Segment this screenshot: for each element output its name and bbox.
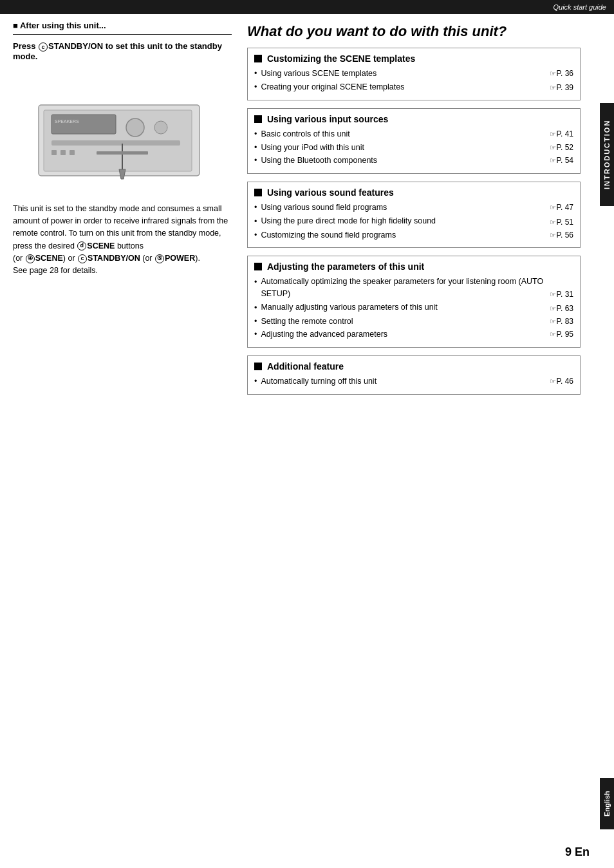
circle-4: ④ <box>26 254 35 263</box>
right-title: What do you want to do with this unit? <box>247 23 581 40</box>
left-column: ■ After using this unit... Press cSTANDB… <box>13 21 232 402</box>
item-text: Adjusting the advanced parameters <box>261 328 544 341</box>
list-item: • Using the Bluetooth components ☞P. 54 <box>254 155 573 167</box>
item-text: Creating your original SCENE templates <box>261 81 544 93</box>
card-scene-templates: Customizing the SCENE templates • Using … <box>247 48 581 100</box>
side-tab-english: English <box>600 778 614 829</box>
circle-c2: c <box>78 254 87 263</box>
bullet: • <box>254 128 257 140</box>
bullet: • <box>254 276 257 288</box>
bullet: • <box>254 142 257 154</box>
item-text: Using various SCENE templates <box>261 68 544 80</box>
page-ref: ☞P. 52 <box>550 142 573 153</box>
device-image: SPEAKERS <box>32 66 212 195</box>
parameters-header: Adjusting the parameters of this unit <box>254 261 573 272</box>
square-bullet <box>254 189 262 196</box>
scene-templates-header: Customizing the SCENE templates <box>254 53 573 64</box>
page-ref: ☞P. 31 <box>550 288 573 300</box>
bullet: • <box>254 328 257 341</box>
svg-rect-2 <box>51 115 116 134</box>
divider <box>13 34 232 35</box>
circle-d: d <box>77 241 86 250</box>
quick-start-label: Quick start guide <box>553 3 606 11</box>
side-tab-introduction: INTRODUCTION <box>600 103 614 206</box>
card-input-sources: Using various input sources • Basic cont… <box>247 108 581 174</box>
item-text: Automatically optimizing the speaker par… <box>261 276 544 300</box>
bullet: • <box>254 316 257 328</box>
instruction-heading: Press cSTANDBY/ON to set this unit to th… <box>13 41 232 61</box>
square-bullet <box>254 363 262 370</box>
item-text: Using various sound field programs <box>261 202 544 214</box>
item-text: Using the pure direct mode for high fide… <box>261 215 544 227</box>
list-item: • Creating your original SCENE templates… <box>254 81 573 93</box>
page-ref: ☞P. 63 <box>550 303 573 314</box>
list-item: • Using various sound field programs ☞P.… <box>254 202 573 214</box>
bullet: • <box>254 229 257 241</box>
sound-features-heading: Using various sound features <box>267 187 394 198</box>
bullet: • <box>254 202 257 214</box>
list-item: • Setting the remote control ☞P. 83 <box>254 316 573 328</box>
bullet: • <box>254 155 257 167</box>
parameters-list: • Automatically optimizing the speaker p… <box>254 276 573 341</box>
list-item: • Automatically optimizing the speaker p… <box>254 276 573 300</box>
card-sound-features: Using various sound features • Using var… <box>247 182 581 248</box>
square-bullet <box>254 55 262 62</box>
page-ref: ☞P. 39 <box>550 82 573 93</box>
sound-features-list: • Using various sound field programs ☞P.… <box>254 202 573 241</box>
item-text: Automatically turning off this unit <box>261 375 544 388</box>
svg-point-4 <box>154 121 167 134</box>
additional-list: • Automatically turning off this unit ☞P… <box>254 375 573 388</box>
page-number: 9 En <box>565 845 590 859</box>
item-text: Basic controls of this unit <box>261 128 544 140</box>
page-ref: ☞P. 36 <box>550 68 573 79</box>
page-ref: ☞P. 83 <box>550 316 573 327</box>
page-ref: ☞P. 54 <box>550 155 573 166</box>
card-additional: Additional feature • Automatically turni… <box>247 355 581 395</box>
list-item: • Manually adjusting various parameters … <box>254 301 573 314</box>
svg-rect-5 <box>51 140 180 146</box>
square-bullet <box>254 115 262 123</box>
bullet: • <box>254 302 257 314</box>
list-item: • Using your iPod with this unit ☞P. 52 <box>254 142 573 154</box>
card-parameters: Adjusting the parameters of this unit • … <box>247 256 581 348</box>
top-bar: Quick start guide <box>0 0 614 14</box>
page-ref: ☞P. 41 <box>550 128 573 140</box>
list-item: • Basic controls of this unit ☞P. 41 <box>254 128 573 140</box>
main-layout: ■ After using this unit... Press cSTANDB… <box>0 14 600 409</box>
additional-header: Additional feature <box>254 361 573 372</box>
sound-features-header: Using various sound features <box>254 187 573 198</box>
bullet: • <box>254 68 257 80</box>
svg-rect-12 <box>97 151 148 155</box>
square-bullet <box>254 263 262 270</box>
item-text: Setting the remote control <box>261 316 544 328</box>
page-ref: ☞P. 51 <box>550 216 573 228</box>
body-text: This unit is set to the standby mode and… <box>13 203 232 278</box>
scene-templates-list: • Using various SCENE templates ☞P. 36 •… <box>254 68 573 93</box>
item-text: Using the Bluetooth components <box>261 155 544 167</box>
page-ref: ☞P. 95 <box>550 328 573 340</box>
list-item: • Automatically turning off this unit ☞P… <box>254 375 573 388</box>
circle-5: ⑤ <box>155 254 164 263</box>
svg-rect-11 <box>70 150 75 155</box>
page-ref: ☞P. 46 <box>550 375 573 387</box>
svg-marker-8 <box>119 169 126 179</box>
list-item: • Using various SCENE templates ☞P. 36 <box>254 68 573 80</box>
svg-rect-10 <box>60 150 66 155</box>
right-column: What do you want to do with this unit? C… <box>247 21 581 402</box>
svg-point-3 <box>126 118 144 137</box>
item-text: Using your iPod with this unit <box>261 142 544 154</box>
list-item: • Using the pure direct mode for high fi… <box>254 215 573 228</box>
item-text: Customizing the sound field programs <box>261 229 544 241</box>
input-sources-list: • Basic controls of this unit ☞P. 41 • U… <box>254 128 573 167</box>
circle-c: c <box>39 42 48 52</box>
svg-text:SPEAKERS: SPEAKERS <box>55 119 79 124</box>
list-item: • Customizing the sound field programs ☞… <box>254 229 573 241</box>
svg-rect-9 <box>51 150 57 155</box>
bullet: • <box>254 375 257 388</box>
additional-heading: Additional feature <box>267 361 344 372</box>
input-sources-header: Using various input sources <box>254 114 573 124</box>
after-using-heading: ■ After using this unit... <box>13 21 232 30</box>
bullet: • <box>254 81 257 93</box>
parameters-heading: Adjusting the parameters of this unit <box>267 261 424 272</box>
bullet: • <box>254 216 257 228</box>
